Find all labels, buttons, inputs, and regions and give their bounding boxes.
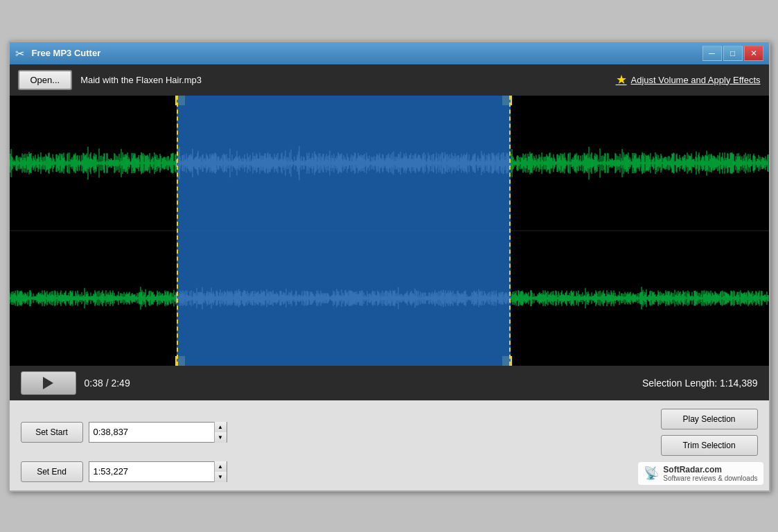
start-spin-up[interactable]: ▲ bbox=[215, 422, 227, 432]
controls-area: Set Start ▲ ▼ Play Selection Trim Select… bbox=[10, 400, 769, 490]
open-button[interactable]: Open... bbox=[18, 70, 73, 90]
start-spin-down[interactable]: ▼ bbox=[215, 432, 227, 443]
transport-bar: 0:38 / 2:49 Selection Length: 1:14,389 bbox=[10, 366, 769, 400]
end-time-input[interactable] bbox=[89, 462, 214, 481]
toolbar: Open... Maid with the Flaxen Hair.mp3 ★ … bbox=[10, 64, 769, 96]
selection-length: Selection Length: 1:14,389 bbox=[642, 378, 758, 389]
selection-overlay[interactable] bbox=[177, 96, 511, 366]
window-controls: ─ □ ✕ bbox=[702, 46, 763, 61]
end-input-wrapper: ▲ ▼ bbox=[89, 461, 227, 482]
right-controls: Play Selection Trim Selection bbox=[661, 409, 758, 456]
end-spin-buttons: ▲ ▼ bbox=[214, 461, 227, 482]
play-button[interactable] bbox=[21, 371, 76, 395]
start-row: Set Start ▲ ▼ Play Selection Trim Select… bbox=[21, 409, 758, 456]
close-button[interactable]: ✕ bbox=[744, 46, 763, 61]
effects-link[interactable]: ★ Adjust Volume and Apply Effects bbox=[616, 72, 761, 87]
trim-selection-button[interactable]: Trim Selection bbox=[661, 435, 758, 456]
watermark-desc: Software reviews & downloads bbox=[663, 475, 757, 482]
start-time-input[interactable] bbox=[89, 423, 214, 442]
window-title: Free MP3 Cutter bbox=[32, 48, 702, 58]
app-icon: ✂ bbox=[15, 47, 28, 60]
play-icon bbox=[43, 377, 53, 389]
end-spin-up[interactable]: ▲ bbox=[215, 461, 227, 472]
play-selection-button[interactable]: Play Selection bbox=[661, 409, 758, 429]
set-start-button[interactable]: Set Start bbox=[21, 422, 83, 443]
minimize-button[interactable]: ─ bbox=[702, 46, 722, 61]
watermark-satellite-icon: 📡 bbox=[644, 466, 659, 481]
start-spin-buttons: ▲ ▼ bbox=[214, 422, 227, 443]
star-icon: ★ bbox=[616, 72, 627, 87]
watermark: 📡 SoftRadar.com Software reviews & downl… bbox=[638, 462, 763, 485]
end-spin-down[interactable]: ▼ bbox=[215, 472, 227, 482]
maximize-button[interactable]: □ bbox=[723, 46, 743, 61]
file-name: Maid with the Flaxen Hair.mp3 bbox=[80, 75, 607, 85]
waveform-container[interactable] bbox=[10, 96, 769, 366]
watermark-site: SoftRadar.com bbox=[663, 465, 757, 475]
title-bar: ✂ Free MP3 Cutter ─ □ ✕ bbox=[10, 42, 769, 64]
set-end-button[interactable]: Set End bbox=[21, 461, 83, 482]
time-display: 0:38 / 2:49 bbox=[85, 378, 130, 389]
start-input-wrapper: ▲ ▼ bbox=[89, 422, 227, 443]
main-window: ✂ Free MP3 Cutter ─ □ ✕ Open... Maid wit… bbox=[8, 41, 770, 492]
